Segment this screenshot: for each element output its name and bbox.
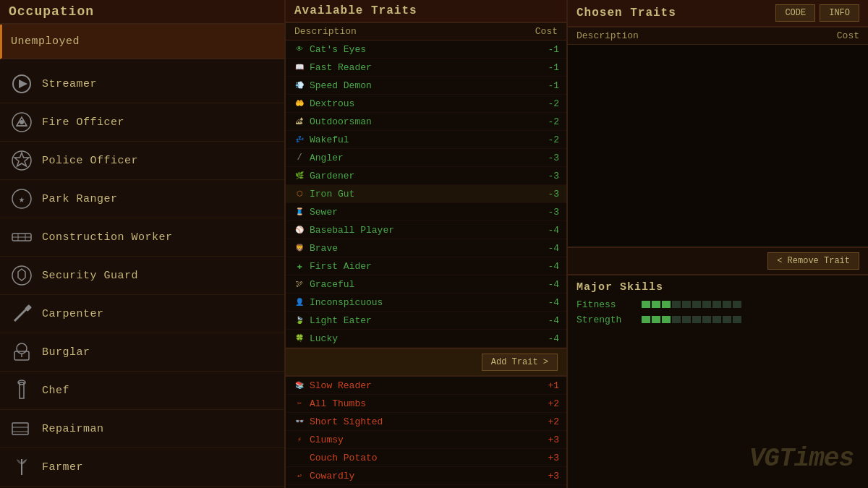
occupation-list: Unemployed Streamer (0, 25, 284, 488)
trait-angler[interactable]: / Angler -3 (286, 149, 566, 167)
occupation-item-burglar[interactable]: Burglar (0, 333, 284, 372)
strength-bar-8 (712, 316, 721, 323)
brave-icon: 🦁 (293, 241, 306, 254)
fitness-bar-1 (642, 301, 650, 308)
svg-line-13 (14, 309, 27, 321)
add-trait-row: Add Trait > (286, 348, 566, 377)
strength-bar-4 (672, 316, 681, 323)
occupation-item-security-guard[interactable]: Security Guard (0, 257, 284, 295)
occupation-panel: Occupation Unemployed Streamer (0, 0, 286, 488)
cats-eyes-icon: 👁 (293, 43, 306, 56)
angler-icon: / (293, 151, 306, 164)
strength-bar-9 (723, 316, 731, 323)
trait-first-aider[interactable]: ✚ First Aider -4 (286, 257, 566, 275)
svg-text:★: ★ (19, 194, 25, 205)
fitness-bar-7 (702, 301, 711, 308)
strength-bar-3 (662, 316, 671, 323)
trait-short-sighted[interactable]: 👓 Short Sighted +2 (286, 413, 566, 431)
trait-iron-gut[interactable]: ⬡ Iron Gut -3 (286, 185, 566, 203)
streamer-icon (9, 71, 35, 97)
trait-gardener[interactable]: 🌿 Gardener -3 (286, 167, 566, 185)
traits-header: Available Traits (286, 0, 566, 23)
light-eater-icon: 🍃 (293, 314, 306, 327)
strength-bar-10 (733, 316, 741, 323)
strength-bar-1 (642, 316, 650, 323)
strength-bar-2 (652, 316, 660, 323)
trait-slow-reader[interactable]: 📚 Slow Reader +1 (286, 377, 566, 395)
traits-column-headers: Description Cost (286, 23, 566, 40)
construction-worker-icon (9, 224, 35, 250)
trait-dextrous[interactable]: 🤲 Dextrous -2 (286, 95, 566, 113)
occupation-item-unemployed[interactable]: Unemployed (0, 25, 284, 59)
trait-wakeful[interactable]: 💤 Wakeful -2 (286, 131, 566, 149)
occupation-header: Occupation (0, 0, 284, 25)
graceful-icon: 🕊 (293, 278, 306, 291)
security-guard-icon (9, 262, 35, 288)
strength-bars (642, 316, 741, 323)
chosen-traits-list (568, 45, 868, 248)
trait-lucky[interactable]: 🍀 Lucky -4 (286, 330, 566, 348)
occupation-item-police-officer[interactable]: Police Officer (0, 142, 284, 180)
fitness-bar-6 (692, 301, 701, 308)
svg-marker-1 (19, 80, 27, 88)
chosen-header-row: Chosen Traits CODE INFO (568, 0, 868, 27)
header-buttons: CODE INFO (775, 4, 859, 22)
trait-clumsy[interactable]: ⚡ Clumsy +3 (286, 431, 566, 449)
occupation-item-farmer[interactable]: Farmer (0, 448, 284, 487)
trait-cats-eyes[interactable]: 👁 Cat's Eyes -1 (286, 40, 566, 59)
fitness-bars (642, 301, 741, 308)
burglar-icon (9, 339, 35, 365)
first-aider-icon: ✚ (293, 260, 306, 273)
fitness-bar-5 (682, 301, 691, 308)
trait-graceful[interactable]: 🕊 Graceful -4 (286, 275, 566, 294)
lucky-icon: 🍀 (293, 332, 306, 345)
trait-sewer[interactable]: 🧵 Sewer -3 (286, 203, 566, 221)
iron-gut-icon: ⬡ (293, 187, 306, 200)
baseball-player-icon: ⚾ (293, 223, 306, 236)
info-button[interactable]: INFO (820, 4, 859, 22)
gardener-icon: 🌿 (293, 169, 306, 182)
fitness-bar-3 (662, 301, 671, 308)
chosen-panel: Chosen Traits CODE INFO Description Cost… (568, 0, 868, 488)
trait-outdoorsman[interactable]: 🏕 Outdoorsman -2 (286, 113, 566, 131)
fast-reader-icon: 📖 (293, 61, 306, 74)
trait-speed-demon[interactable]: 💨 Speed Demon -1 (286, 77, 566, 95)
occupation-item-park-ranger[interactable]: ★ Park Ranger (0, 180, 284, 218)
fitness-bar-9 (723, 301, 731, 308)
code-button[interactable]: CODE (775, 4, 815, 22)
wakeful-icon: 💤 (293, 133, 306, 146)
occupation-item-streamer[interactable]: Streamer (0, 65, 284, 103)
add-trait-button[interactable]: Add Trait > (482, 354, 558, 371)
available-traits-list: 👁 Cat's Eyes -1 📖 Fast Reader -1 💨 Speed… (286, 40, 566, 488)
occupation-item-construction-worker[interactable]: Construction Worker (0, 218, 284, 257)
short-sighted-icon: 👓 (293, 415, 306, 428)
speed-demon-icon: 💨 (293, 79, 306, 92)
couch-potato-icon (293, 451, 306, 464)
outdoorsman-icon: 🏕 (293, 115, 306, 128)
occupation-item-carpenter[interactable]: Carpenter (0, 295, 284, 333)
svg-point-3 (20, 120, 24, 124)
chosen-column-headers: Description Cost (568, 27, 868, 45)
fitness-bar-4 (672, 301, 681, 308)
remove-trait-button[interactable]: < Remove Trait (767, 252, 859, 270)
trait-brave[interactable]: 🦁 Brave -4 (286, 239, 566, 257)
fitness-bar-8 (712, 301, 721, 308)
strength-bar-5 (682, 316, 691, 323)
chosen-traits-header: Chosen Traits (576, 7, 676, 20)
trait-cowardly[interactable]: ↩ Cowardly +3 (286, 467, 566, 485)
occupation-item-repairman[interactable]: Repairman (0, 410, 284, 448)
trait-fast-reader[interactable]: 📖 Fast Reader -1 (286, 59, 566, 77)
trait-desk-jockey[interactable]: Desk Jockey +3 (286, 485, 566, 488)
trait-all-thumbs[interactable]: ✂ All Thumbs +2 (286, 395, 566, 413)
skill-strength: Strength (576, 314, 859, 325)
trait-baseball-player[interactable]: ⚾ Baseball Player -4 (286, 221, 566, 239)
trait-light-eater[interactable]: 🍃 Light Eater -4 (286, 312, 566, 330)
occupation-item-fire-officer[interactable]: Fire Officer (0, 103, 284, 142)
fitness-bar-2 (652, 301, 660, 308)
farmer-icon (9, 454, 35, 480)
occupation-item-chef[interactable]: Chef (0, 372, 284, 410)
trait-inconspicuous[interactable]: 👤 Inconspicuous -4 (286, 294, 566, 312)
trait-couch-potato[interactable]: Couch Potato +3 (286, 449, 566, 467)
fitness-bar-10 (733, 301, 741, 308)
sewer-icon: 🧵 (293, 205, 306, 218)
